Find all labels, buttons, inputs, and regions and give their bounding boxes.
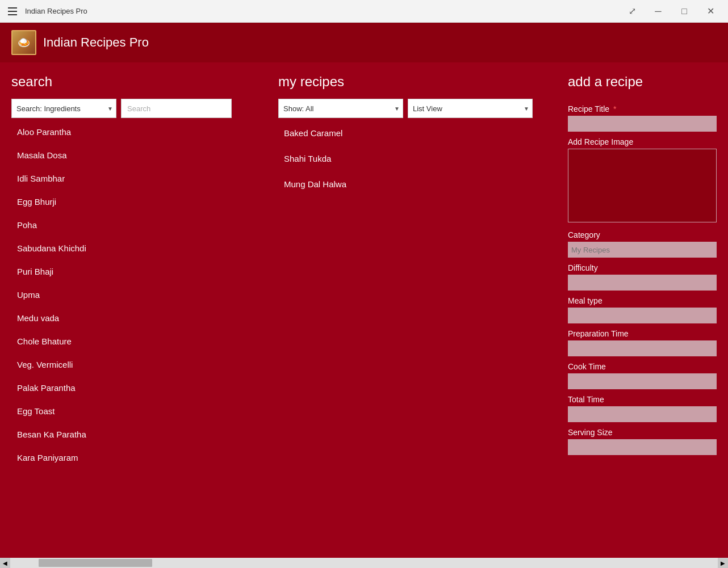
- serving-size-label: Serving Size: [568, 428, 717, 437]
- app-logo: 🍛: [11, 30, 36, 55]
- my-recipes-controls: Show: All Show: Favorites List View Grid…: [278, 99, 545, 118]
- category-input[interactable]: [568, 242, 717, 258]
- search-title: search: [11, 74, 256, 90]
- list-item[interactable]: Egg Bhurji: [11, 190, 256, 213]
- window-controls: ⤢ ─ □ ✕: [619, 0, 723, 23]
- titlebar: Indian Recipes Pro ⤢ ─ □ ✕: [0, 0, 728, 23]
- total-time-input[interactable]: [568, 406, 717, 422]
- recipe-title-input[interactable]: [568, 116, 717, 132]
- list-item[interactable]: Sabudana Khichdi: [11, 237, 256, 260]
- list-item[interactable]: Idli Sambhar: [11, 167, 256, 190]
- my-recipe-item[interactable]: Shahi Tukda: [278, 146, 545, 171]
- list-item[interactable]: Upma: [11, 283, 256, 306]
- horizontal-scrollbar[interactable]: ◀ ▶: [0, 558, 728, 568]
- list-item[interactable]: Veg. Vermicelli: [11, 353, 256, 376]
- cook-time-input[interactable]: [568, 373, 717, 389]
- minimize-button[interactable]: ─: [645, 0, 671, 23]
- prep-time-label: Preparation Time: [568, 329, 717, 338]
- scroll-track[interactable]: [10, 558, 718, 568]
- menu-button[interactable]: [5, 3, 20, 19]
- maximize-button[interactable]: □: [671, 0, 697, 23]
- list-item[interactable]: Palak Parantha: [11, 376, 256, 399]
- view-dropdown[interactable]: List View Grid View: [408, 99, 533, 118]
- my-recipes-title: my recipes: [278, 74, 545, 90]
- list-item[interactable]: Egg Toast: [11, 399, 256, 423]
- view-dropdown-wrapper: List View Grid View: [408, 99, 533, 118]
- search-type-dropdown[interactable]: Search: Ingredients Search: Name Search:…: [11, 99, 116, 118]
- add-image-label: Add Recipe Image: [568, 137, 717, 146]
- add-recipe-title: add a recipe: [568, 74, 717, 90]
- list-item[interactable]: Medu vada: [11, 306, 256, 330]
- cook-time-label: Cook Time: [568, 362, 717, 371]
- serving-size-input[interactable]: [568, 439, 717, 455]
- app-header: 🍛 Indian Recipes Pro: [0, 23, 728, 62]
- difficulty-label: Difficulty: [568, 263, 717, 272]
- scroll-thumb[interactable]: [39, 559, 152, 567]
- list-item[interactable]: Masala Dosa: [11, 144, 256, 167]
- category-label: Category: [568, 230, 717, 239]
- total-time-label: Total Time: [568, 395, 717, 404]
- scroll-left-arrow[interactable]: ◀: [0, 558, 10, 568]
- list-item[interactable]: Chole Bhature: [11, 330, 256, 353]
- search-type-wrapper: Search: Ingredients Search: Name Search:…: [11, 99, 116, 118]
- close-button[interactable]: ✕: [697, 0, 723, 23]
- app-container: 🍛 Indian Recipes Pro search Search: Ingr…: [0, 23, 728, 568]
- meal-type-input[interactable]: [568, 308, 717, 323]
- scroll-right-arrow[interactable]: ▶: [718, 558, 728, 568]
- prep-time-input[interactable]: [568, 340, 717, 356]
- search-controls: Search: Ingredients Search: Name Search:…: [11, 99, 256, 118]
- list-item[interactable]: Puri Bhaji: [11, 260, 256, 283]
- add-recipe-section: add a recipe Recipe Title * Add Recipe I…: [568, 74, 717, 546]
- search-recipe-list: Aloo Parantha Masala Dosa Idli Sambhar E…: [11, 120, 256, 546]
- difficulty-input[interactable]: [568, 275, 717, 291]
- app-title: Indian Recipes Pro: [43, 35, 149, 50]
- my-recipes-section: my recipes Show: All Show: Favorites Lis…: [278, 74, 545, 546]
- show-dropdown-wrapper: Show: All Show: Favorites: [278, 99, 403, 118]
- my-recipe-item[interactable]: Mung Dal Halwa: [278, 171, 545, 197]
- my-recipe-item[interactable]: Baked Caramel: [278, 120, 545, 146]
- required-indicator: *: [613, 104, 616, 113]
- meal-type-label: Meal type: [568, 296, 717, 305]
- window-title: Indian Recipes Pro: [25, 7, 619, 15]
- content-area: search Search: Ingredients Search: Name …: [0, 62, 728, 558]
- list-item[interactable]: Kara Paniyaram: [11, 446, 256, 469]
- list-item[interactable]: Aloo Parantha: [11, 120, 256, 144]
- recipe-title-label: Recipe Title *: [568, 104, 717, 113]
- search-input[interactable]: [121, 99, 232, 118]
- my-recipes-list: Baked Caramel Shahi Tukda Mung Dal Halwa: [278, 120, 545, 546]
- logo-image: 🍛: [12, 31, 35, 54]
- restore-button[interactable]: ⤢: [619, 0, 645, 23]
- image-upload-area[interactable]: [568, 149, 717, 222]
- add-recipe-form: Recipe Title * Add Recipe Image Category…: [568, 99, 717, 455]
- search-section: search Search: Ingredients Search: Name …: [11, 74, 256, 546]
- list-item[interactable]: Besan Ka Paratha: [11, 423, 256, 446]
- show-dropdown[interactable]: Show: All Show: Favorites: [278, 99, 403, 118]
- list-item[interactable]: Poha: [11, 213, 256, 237]
